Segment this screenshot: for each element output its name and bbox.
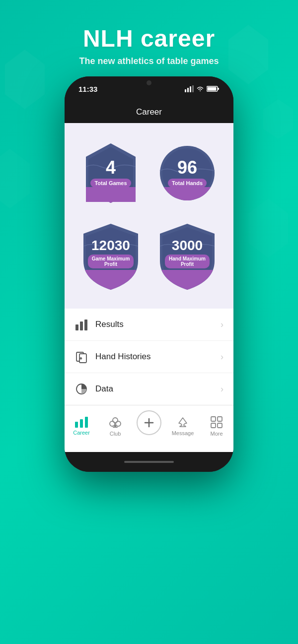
tab-bar: Career Club bbox=[65, 405, 233, 452]
tab-career[interactable]: Career bbox=[67, 417, 96, 436]
menu-item-data[interactable]: Data › bbox=[65, 373, 233, 405]
tab-club[interactable]: Club bbox=[100, 416, 130, 437]
menu-section: Results › ♠ Hand Histories › bbox=[65, 309, 233, 405]
svg-rect-21 bbox=[160, 270, 220, 291]
stat-game-profit: 12030 Game MaximumProfit bbox=[73, 213, 149, 299]
status-bar: 11:33 bbox=[65, 76, 233, 101]
menu-label-hand-histories: Hand Histories bbox=[95, 352, 221, 362]
stat-total-games: 4 Total Games bbox=[73, 133, 149, 213]
svg-rect-41 bbox=[211, 423, 216, 428]
stat-label-hands: Total Hands bbox=[168, 179, 207, 188]
svg-rect-7 bbox=[190, 86, 191, 92]
header-section: NLH career The new athletics of table ga… bbox=[0, 0, 298, 76]
bar-chart-icon bbox=[74, 318, 88, 331]
bar-icon bbox=[75, 417, 88, 428]
stat-label-hand-profit: Hand MaximumProfit bbox=[165, 255, 210, 268]
cards-icon: ♠ bbox=[74, 350, 88, 364]
tab-add[interactable] bbox=[134, 410, 164, 442]
badge-content-hand-profit: 3000 Hand MaximumProfit bbox=[165, 239, 210, 268]
stats-grid: 4 Total Games bbox=[65, 123, 233, 309]
svg-point-34 bbox=[116, 421, 121, 426]
plus-icon bbox=[144, 417, 154, 428]
stat-hand-profit: 3000 Hand MaximumProfit bbox=[149, 213, 225, 299]
phone-bottom bbox=[65, 452, 233, 472]
svg-rect-30 bbox=[80, 419, 83, 428]
svg-rect-5 bbox=[185, 89, 186, 92]
spade-icon bbox=[177, 416, 189, 428]
tab-label-club: Club bbox=[110, 431, 121, 437]
stat-total-hands: 96 Total Hands bbox=[149, 133, 225, 213]
phone-screen: Career 4 Total Games bbox=[65, 101, 233, 452]
add-button[interactable] bbox=[137, 410, 161, 435]
svg-point-33 bbox=[110, 421, 115, 426]
svg-rect-24 bbox=[84, 320, 87, 330]
wifi-icon bbox=[196, 86, 204, 92]
svg-rect-36 bbox=[113, 427, 118, 428]
svg-rect-40 bbox=[218, 417, 222, 421]
app-title: NLH career bbox=[0, 25, 298, 52]
home-indicator bbox=[124, 461, 174, 463]
stat-value-games: 4 bbox=[90, 159, 131, 177]
shield-badge-2: 3000 Hand MaximumProfit bbox=[155, 221, 220, 291]
shield-badge-1: 12030 Game MaximumProfit bbox=[78, 221, 143, 291]
svg-marker-2 bbox=[263, 99, 293, 139]
stat-value-hand-profit: 3000 bbox=[165, 239, 210, 253]
signal-icon bbox=[185, 85, 194, 92]
menu-label-results: Results bbox=[95, 320, 221, 329]
svg-marker-3 bbox=[0, 149, 30, 208]
screen-nav: Career bbox=[65, 101, 233, 123]
svg-rect-29 bbox=[75, 422, 78, 428]
svg-rect-39 bbox=[211, 417, 216, 421]
stat-label-games: Total Games bbox=[90, 179, 131, 188]
camera bbox=[147, 80, 151, 85]
pie-chart-icon bbox=[74, 382, 88, 396]
menu-label-data: Data bbox=[95, 384, 221, 394]
stat-value-game-profit: 12030 bbox=[88, 239, 134, 253]
tab-label-more: More bbox=[210, 431, 223, 437]
menu-item-results[interactable]: Results › bbox=[65, 309, 233, 341]
svg-rect-6 bbox=[187, 88, 189, 92]
svg-rect-11 bbox=[208, 87, 217, 91]
svg-text:♠: ♠ bbox=[79, 355, 82, 361]
stat-value-hands: 96 bbox=[168, 159, 207, 177]
tab-message[interactable]: Message bbox=[168, 416, 198, 436]
svg-rect-20 bbox=[83, 270, 143, 291]
hex-badge: 4 Total Games bbox=[81, 141, 141, 205]
status-time: 11:33 bbox=[78, 85, 97, 93]
svg-rect-22 bbox=[75, 324, 78, 330]
grid-icon bbox=[210, 416, 223, 429]
svg-marker-4 bbox=[248, 198, 288, 258]
chevron-results-icon: › bbox=[221, 320, 224, 330]
tab-label-career: Career bbox=[73, 430, 90, 436]
svg-rect-31 bbox=[85, 417, 88, 428]
svg-rect-23 bbox=[80, 322, 83, 330]
club-icon bbox=[109, 416, 122, 429]
svg-rect-8 bbox=[192, 85, 194, 92]
nav-title: Career bbox=[136, 107, 162, 117]
notch bbox=[117, 76, 181, 90]
badge-content-hands: 96 Total Hands bbox=[168, 159, 207, 188]
battery-icon bbox=[207, 85, 220, 92]
chevron-data-icon: › bbox=[221, 384, 224, 394]
badge-content-games: 4 Total Games bbox=[90, 159, 131, 188]
stat-label-game-profit: Game MaximumProfit bbox=[88, 255, 134, 268]
app-subtitle: The new athletics of table games bbox=[0, 56, 298, 66]
circle-badge: 96 Total Hands bbox=[157, 143, 217, 203]
menu-item-hand-histories[interactable]: ♠ Hand Histories › bbox=[65, 341, 233, 373]
phone-frame: 11:33 Career bbox=[65, 76, 233, 472]
svg-rect-42 bbox=[218, 423, 222, 428]
svg-rect-19 bbox=[160, 187, 215, 202]
badge-content-game-profit: 12030 Game MaximumProfit bbox=[88, 239, 134, 268]
tab-label-message: Message bbox=[172, 430, 194, 436]
svg-rect-10 bbox=[218, 88, 219, 90]
status-icons bbox=[185, 85, 220, 92]
tab-more[interactable]: More bbox=[202, 416, 231, 437]
chevron-hand-histories-icon: › bbox=[221, 352, 224, 362]
